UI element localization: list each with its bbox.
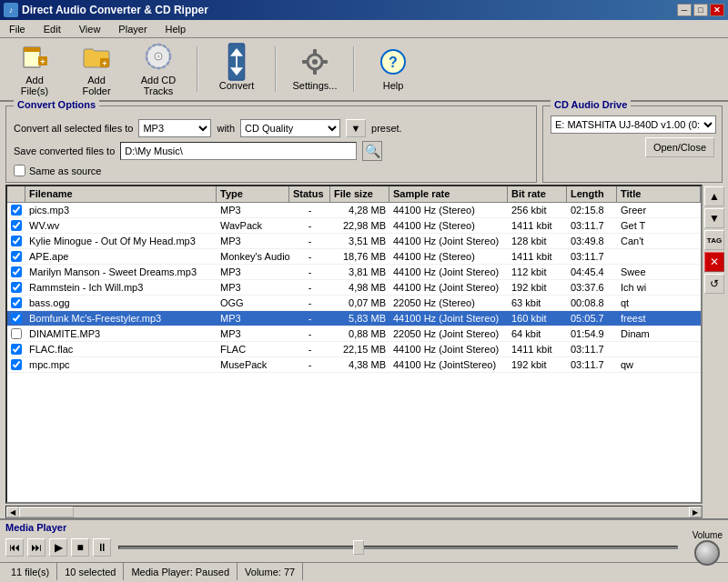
- table-row[interactable]: Bomfunk Mc's-Freestyler.mp3 MP3 - 5,83 M…: [7, 311, 701, 326]
- row-checkbox-cell[interactable]: [7, 281, 25, 294]
- row-type: OGG: [217, 296, 289, 309]
- row-checkbox[interactable]: [11, 266, 22, 277]
- header-check[interactable]: [7, 186, 25, 202]
- row-checkbox[interactable]: [11, 251, 22, 262]
- header-type[interactable]: Type: [217, 186, 289, 202]
- table-row[interactable]: Rammstein - Ich Will.mp3 MP3 - 4,98 MB 4…: [7, 280, 701, 296]
- table-row[interactable]: mpc.mpc MusePack - 4,38 MB 44100 Hz (Joi…: [7, 357, 701, 373]
- row-checkbox[interactable]: [11, 297, 22, 308]
- header-status[interactable]: Status: [289, 186, 330, 202]
- row-checkbox-cell[interactable]: [7, 358, 25, 371]
- quality-select[interactable]: CD Quality High Quality FM Radio Quality…: [240, 119, 340, 137]
- cd-drive-select[interactable]: E: MATSHITA UJ-840D v1.00 (0:1:0): [551, 115, 716, 134]
- row-checkbox[interactable]: [11, 359, 22, 370]
- row-title: [617, 256, 701, 257]
- table-row[interactable]: pics.mp3 MP3 - 4,28 MB 44100 Hz (Stereo)…: [7, 203, 701, 218]
- maximize-button[interactable]: □: [693, 4, 708, 16]
- header-title[interactable]: Title: [617, 186, 701, 202]
- row-checkbox[interactable]: [11, 282, 22, 293]
- row-checkbox-cell[interactable]: [7, 204, 25, 216]
- format-select[interactable]: MP3 WAV OGG FLAC WMA: [138, 119, 211, 137]
- play-button[interactable]: ▶: [49, 538, 67, 557]
- row-checkbox-cell[interactable]: [7, 343, 25, 356]
- row-type: MP3: [217, 266, 289, 278]
- volume-status: Volume: 77: [238, 563, 303, 580]
- minimize-button[interactable]: ─: [677, 4, 692, 16]
- move-up-button[interactable]: ▲: [704, 186, 724, 206]
- row-checkbox[interactable]: [11, 220, 22, 231]
- row-filename: pics.mp3: [25, 204, 217, 216]
- row-length: 03:11.7: [567, 343, 617, 356]
- header-bitrate[interactable]: Bit rate: [508, 186, 567, 202]
- row-filename: Marilyn Manson - Sweet Dreams.mp3: [25, 266, 217, 278]
- table-row[interactable]: Kylie Minogue - Out Of My Head.mp3 MP3 -…: [7, 234, 701, 249]
- menu-player[interactable]: Player: [113, 22, 152, 36]
- stop-button[interactable]: ■: [71, 538, 89, 557]
- scroll-right-button[interactable]: ▶: [689, 507, 702, 517]
- row-checkbox[interactable]: [11, 205, 22, 216]
- prev-button[interactable]: ⏮: [5, 538, 24, 557]
- refresh-button[interactable]: ↺: [704, 274, 724, 294]
- row-checkbox-cell[interactable]: [7, 312, 25, 325]
- scroll-left-button[interactable]: ◀: [6, 507, 19, 517]
- table-row[interactable]: WV.wv WavPack - 22,98 MB 44100 Hz (Stere…: [7, 218, 701, 234]
- row-checkbox-cell[interactable]: [7, 235, 25, 247]
- row-type: MusePack: [217, 358, 289, 371]
- row-length: 01:54.9: [567, 327, 617, 340]
- open-close-button[interactable]: Open/Close: [645, 137, 714, 157]
- volume-knob[interactable]: [694, 540, 720, 566]
- table-row[interactable]: APE.ape Monkey's Audio - 18,76 MB 44100 …: [7, 249, 701, 265]
- close-button[interactable]: ✕: [710, 4, 724, 16]
- header-filename[interactable]: Filename: [25, 186, 217, 202]
- row-filename: Bomfunk Mc's-Freestyler.mp3: [25, 312, 217, 325]
- menu-help[interactable]: Help: [160, 22, 192, 36]
- menu-view[interactable]: View: [74, 22, 106, 36]
- delete-button[interactable]: ✕: [704, 252, 724, 272]
- scroll-thumb[interactable]: [19, 507, 74, 517]
- row-checkbox[interactable]: [11, 313, 22, 324]
- table-row[interactable]: FLAC.flac FLAC - 22,15 MB 44100 Hz (Join…: [7, 342, 701, 357]
- help-button[interactable]: ? Help: [366, 43, 420, 95]
- row-samplerate: 44100 Hz (Joint Stereo): [389, 235, 508, 247]
- row-checkbox-cell[interactable]: [7, 219, 25, 232]
- table-row[interactable]: bass.ogg OGG - 0,07 MB 22050 Hz (Stereo)…: [7, 296, 701, 311]
- row-samplerate: 44100 Hz (Stereo): [389, 250, 508, 263]
- row-checkbox-cell[interactable]: [7, 250, 25, 263]
- settings-button[interactable]: Settings...: [288, 43, 342, 95]
- playback-thumb[interactable]: [353, 540, 364, 555]
- row-title: freest: [617, 312, 701, 325]
- move-down-button[interactable]: ▼: [704, 208, 724, 228]
- row-status: -: [289, 327, 330, 340]
- quality-options-button[interactable]: ▼: [346, 119, 366, 137]
- table-row[interactable]: Marilyn Manson - Sweet Dreams.mp3 MP3 - …: [7, 265, 701, 280]
- add-cd-button[interactable]: Add CD Tracks: [131, 43, 186, 95]
- svg-rect-16: [313, 49, 317, 55]
- add-files-button[interactable]: + Add File(s): [7, 43, 62, 95]
- row-checkbox[interactable]: [11, 236, 22, 246]
- menu-file[interactable]: File: [4, 22, 31, 36]
- playback-slider[interactable]: [118, 546, 678, 549]
- row-filesize: 0,88 MB: [330, 327, 389, 340]
- header-samplerate[interactable]: Sample rate: [389, 186, 508, 202]
- save-path-input[interactable]: D:\My Music\: [120, 142, 357, 160]
- header-filesize[interactable]: File size: [330, 186, 389, 202]
- menu-edit[interactable]: Edit: [38, 22, 66, 36]
- row-checkbox-cell[interactable]: [7, 266, 25, 278]
- same-as-source-checkbox[interactable]: [14, 165, 25, 176]
- header-length[interactable]: Length: [567, 186, 617, 202]
- svg-rect-18: [302, 60, 308, 64]
- horizontal-scrollbar[interactable]: ◀ ▶: [5, 506, 703, 518]
- row-checkbox-cell[interactable]: [7, 327, 25, 340]
- row-checkbox[interactable]: [11, 328, 22, 339]
- tag-button[interactable]: TAG: [704, 230, 724, 250]
- add-folder-button[interactable]: + Add Folder: [69, 43, 124, 95]
- convert-button[interactable]: Convert: [209, 43, 264, 95]
- browse-button[interactable]: 🔍: [362, 141, 382, 161]
- row-checkbox-cell[interactable]: [7, 296, 25, 309]
- next-button[interactable]: ⏭: [27, 538, 46, 557]
- row-filename: Kylie Minogue - Out Of My Head.mp3: [25, 235, 217, 247]
- row-checkbox[interactable]: [11, 344, 22, 355]
- row-samplerate: 44100 Hz (Joint Stereo): [389, 281, 508, 294]
- pause-button[interactable]: ⏸: [93, 538, 111, 557]
- table-row[interactable]: DINAMITE.MP3 MP3 - 0,88 MB 22050 Hz (Joi…: [7, 326, 701, 342]
